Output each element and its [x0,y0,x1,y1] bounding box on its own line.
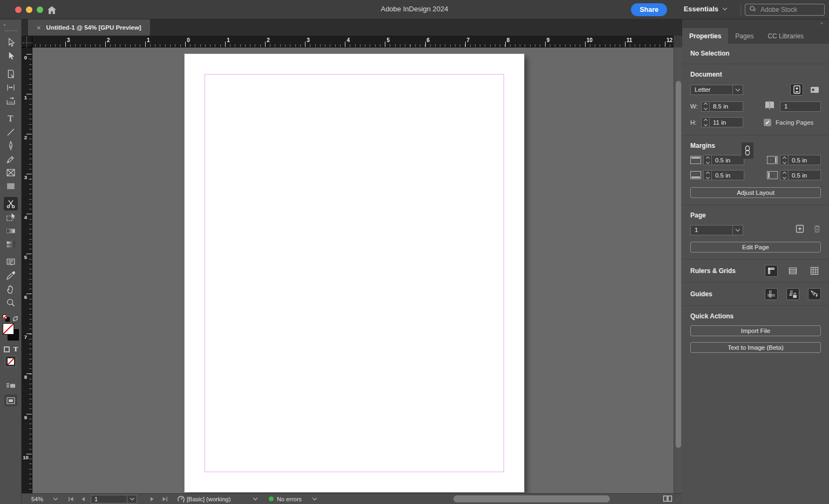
eyedropper-tool[interactable] [4,269,18,282]
tab-cc-libraries[interactable]: CC Libraries [760,28,811,44]
pages-count-input[interactable]: 1 [780,101,821,112]
gradient-feather-tool[interactable] [4,237,18,251]
margin-left-stepper[interactable]: 0.5 in [780,170,821,180]
width-stepper[interactable]: 8.5 in [701,101,743,112]
spread-view-icon[interactable] [663,495,672,503]
resize-grip[interactable]: ⋰ [676,497,681,502]
show-rulers-icon[interactable] [765,265,778,277]
previous-page-icon[interactable] [81,494,85,504]
panel-overflow-icon[interactable]: » [682,19,829,28]
page-size-dropdown[interactable]: Letter [690,85,743,95]
document-grid-icon[interactable] [808,265,821,277]
import-file-button[interactable]: Import File [690,325,821,336]
last-page-icon[interactable] [162,494,168,504]
note-tool[interactable] [4,255,18,269]
zoom-level-value: 54% [31,496,43,502]
margin-top-value[interactable]: 0.5 in [712,157,744,164]
ruler-major-tick [225,42,226,47]
zoom-tool[interactable] [4,296,18,309]
margin-left-value[interactable]: 0.5 in [789,172,820,179]
height-stepper[interactable]: 11 in [701,117,743,127]
zoom-chevron-icon[interactable] [54,494,57,504]
ruler-major-tick [26,54,32,55]
fill-swatch-none[interactable] [3,323,14,335]
gradient-swatch-tool[interactable] [4,224,18,237]
adobe-stock-search[interactable] [745,4,825,16]
preflight-gauge-icon[interactable] [177,494,185,504]
zoom-level-dropdown[interactable]: 54% [31,494,43,504]
ruler-origin-corner[interactable] [22,36,32,47]
adjust-layout-button[interactable]: Adjust Layout [690,187,821,198]
rectangle-tool[interactable] [4,179,18,193]
formatting-affects-container-icon[interactable] [4,346,10,352]
next-page-icon[interactable] [150,494,154,504]
apply-none-swatch[interactable] [5,356,16,367]
margin-bottom-value[interactable]: 0.5 in [712,172,744,179]
type-tool[interactable]: T [4,112,18,125]
page-number-input[interactable]: 1 [91,494,137,504]
hand-tool[interactable] [4,282,18,296]
default-fill-stroke-icon[interactable] [3,315,10,322]
portrait-orientation-icon[interactable] [790,84,803,96]
screen-mode-icon[interactable] [4,394,17,406]
lock-guides-icon[interactable] [786,288,799,300]
tab-properties[interactable]: Properties [682,28,728,44]
direct-selection-tool[interactable] [4,49,18,63]
page-tool[interactable] [4,67,18,80]
horizontal-scrollbar-thumb[interactable] [453,495,610,502]
baseline-grid-icon[interactable] [786,265,799,277]
tools-overflow-icon[interactable]: » [0,19,21,29]
first-page-icon[interactable] [68,494,74,504]
pages-count-value[interactable]: 1 [780,103,820,110]
tools-panel: » T T [0,19,22,504]
properties-panel: » Properties Pages CC Libraries No Selec… [682,19,829,504]
frame-tool[interactable] [4,166,18,179]
content-collector-tool[interactable] [4,94,18,107]
margin-right-value[interactable]: 0.5 in [789,157,820,164]
page-number-chevron-icon[interactable] [127,495,137,503]
tab-pages[interactable]: Pages [728,28,760,44]
chevron-down-icon [732,85,743,94]
height-value[interactable]: 11 in [710,119,743,126]
edit-page-button[interactable]: Edit Page [690,242,821,253]
preflight-status-chevron-icon[interactable] [313,494,316,504]
selection-tool[interactable] [4,36,18,49]
close-tab-icon[interactable]: × [37,24,41,31]
share-button[interactable]: Share [631,3,667,16]
text-to-image-button[interactable]: Text to Image (Beta) [690,342,821,353]
scissors-tool[interactable] [4,197,18,210]
width-value[interactable]: 8.5 in [710,103,743,110]
vertical-scrollbar[interactable] [674,47,682,493]
free-transform-tool[interactable] [4,210,18,224]
search-input[interactable] [760,6,820,13]
page-select-dropdown[interactable]: 1 [690,225,743,235]
formatting-affects-text-icon[interactable]: T [13,345,18,353]
preflight-profile-dropdown[interactable]: [Basic] (working) [187,494,230,504]
vertical-ruler[interactable]: 01234567891011 [22,47,32,493]
pen-tool[interactable] [4,139,18,152]
margin-right-stepper[interactable]: 0.5 in [780,155,821,165]
margin-bottom-stepper[interactable]: 0.5 in [703,170,744,180]
link-margins-icon[interactable] [742,142,753,159]
horizontal-ruler[interactable]: 3210123456789101112 [32,36,674,47]
add-page-icon[interactable] [796,224,804,235]
margin-top-stepper[interactable]: 0.5 in [703,155,744,165]
landscape-orientation-icon[interactable] [808,84,821,96]
pencil-tool[interactable] [4,152,18,166]
document-page[interactable] [185,54,524,492]
show-guides-icon[interactable] [765,288,778,300]
ruler-label: 1 [147,37,150,43]
facing-pages-checkbox[interactable]: ✓ [764,119,771,126]
line-tool[interactable] [4,125,18,139]
workspace-switcher[interactable]: Essentials [684,5,726,13]
preflight-profile-chevron-icon[interactable] [254,494,257,504]
vertical-scrollbar-thumb[interactable] [676,81,681,448]
smart-guides-icon[interactable] [808,288,821,300]
view-options-icon[interactable] [4,380,18,391]
document-tab[interactable]: × Untitled-1 @ 54% [GPU Preview] [28,19,150,36]
tools-grip-icon[interactable] [5,30,17,32]
pasteboard[interactable] [32,47,674,493]
margin-right-icon [767,156,778,164]
gap-tool[interactable] [4,80,18,94]
preflight-status[interactable]: No errors [269,494,302,504]
